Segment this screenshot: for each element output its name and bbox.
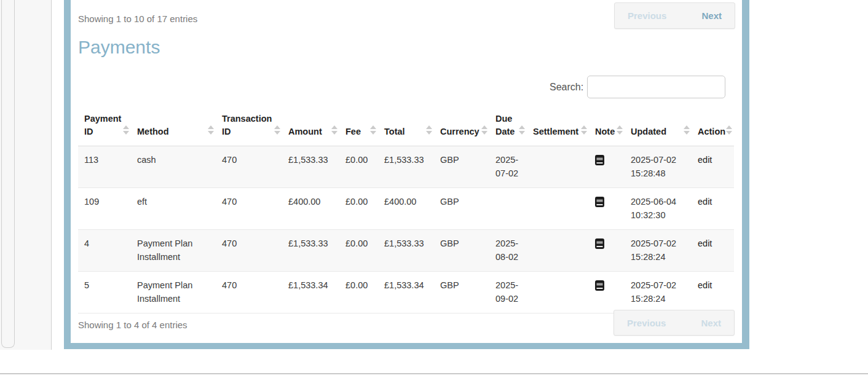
cell-payment-id: 4 <box>78 230 131 272</box>
column-header-total[interactable]: Total <box>378 108 434 146</box>
column-header-updated[interactable]: Updated <box>625 108 692 146</box>
sort-arrows-icon <box>726 125 732 135</box>
cell-currency: GBP <box>434 230 489 272</box>
payments-search: Search: <box>550 76 725 98</box>
column-header-due-date[interactable]: Due Date <box>489 108 527 146</box>
next-page-button: Next <box>701 318 721 328</box>
cell-updated: 2025-07-02 15:28:48 <box>625 146 692 188</box>
sort-arrows-icon <box>370 125 376 135</box>
notebook-icon[interactable] <box>595 238 604 249</box>
payments-table-info: Showing 1 to 4 of 4 entries <box>78 320 187 330</box>
column-header-method[interactable]: Method <box>131 108 216 146</box>
cell-amount: £1,533.34 <box>282 272 339 313</box>
sort-arrows-icon <box>617 125 623 135</box>
cell-transaction-id: 470 <box>216 272 282 313</box>
cell-fee: £0.00 <box>339 188 378 230</box>
sort-arrows-icon <box>481 125 487 135</box>
cell-due-date: 2025-07-02 <box>489 146 527 188</box>
cell-action: edit <box>692 272 734 313</box>
cell-transaction-id: 470 <box>216 146 282 188</box>
column-header-transaction-id[interactable]: Transaction ID <box>216 108 282 146</box>
previous-page-button: Previous <box>628 10 666 21</box>
cell-currency: GBP <box>434 272 489 313</box>
cell-method: Payment Plan Installment <box>131 230 216 272</box>
table-row: 113 cash 470 £1,533.33 £0.00 £1,533.33 G… <box>78 146 734 188</box>
notebook-icon[interactable] <box>595 280 604 291</box>
cell-note <box>589 188 625 230</box>
sort-arrows-icon <box>684 125 690 135</box>
cell-due-date <box>489 188 527 230</box>
notebook-icon[interactable] <box>595 155 604 165</box>
cell-method: cash <box>131 146 216 188</box>
cell-note <box>589 230 625 272</box>
column-header-settlement[interactable]: Settlement <box>527 108 589 146</box>
page-bottom-divider <box>0 373 868 374</box>
cell-payment-id: 5 <box>78 272 131 313</box>
main-content-panel: Showing 1 to 10 of 17 entries Previous N… <box>64 0 749 349</box>
cell-settlement <box>527 146 589 188</box>
edit-link[interactable]: edit <box>698 238 712 248</box>
table-row: 4 Payment Plan Installment 470 £1,533.33… <box>78 230 734 272</box>
cell-action: edit <box>692 230 734 272</box>
cell-amount: £1,533.33 <box>282 230 339 272</box>
transactions-pagination: Previous Next <box>614 2 735 29</box>
cell-settlement <box>527 230 589 272</box>
edit-link[interactable]: edit <box>698 155 712 165</box>
left-sidebar-inner-edge <box>1 0 15 348</box>
cell-total: £1,533.34 <box>378 272 434 313</box>
sort-arrows-icon <box>274 125 280 135</box>
column-header-amount[interactable]: Amount <box>282 108 339 146</box>
column-header-fee[interactable]: Fee <box>339 108 378 146</box>
cell-due-date: 2025-09-02 <box>489 272 527 313</box>
previous-page-button: Previous <box>627 318 666 328</box>
payments-table: Payment ID Method Transaction ID Amount … <box>78 108 734 313</box>
cell-transaction-id: 470 <box>216 188 282 230</box>
cell-currency: GBP <box>434 146 489 188</box>
cell-fee: £0.00 <box>339 230 378 272</box>
cell-action: edit <box>692 188 734 230</box>
cell-action: edit <box>692 146 734 188</box>
cell-updated: 2025-07-02 15:28:24 <box>625 272 692 313</box>
table-header-row: Payment ID Method Transaction ID Amount … <box>78 108 734 146</box>
cell-currency: GBP <box>434 188 489 230</box>
column-header-payment-id[interactable]: Payment ID <box>78 108 131 146</box>
cell-method: eft <box>131 188 216 230</box>
cell-fee: £0.00 <box>339 272 378 313</box>
sort-arrows-icon <box>123 125 129 135</box>
cell-note <box>589 146 625 188</box>
cell-updated: 2025-06-04 10:32:30 <box>625 188 692 230</box>
cell-payment-id: 113 <box>78 146 131 188</box>
next-page-button[interactable]: Next <box>701 10 722 21</box>
cell-total: £1,533.33 <box>378 230 434 272</box>
cell-payment-id: 109 <box>78 188 131 230</box>
sort-arrows-icon <box>208 125 214 135</box>
column-header-note[interactable]: Note <box>589 108 625 146</box>
cell-fee: £0.00 <box>339 146 378 188</box>
cell-total: £400.00 <box>378 188 434 230</box>
cell-amount: £1,533.33 <box>282 146 339 188</box>
cell-due-date: 2025-08-02 <box>489 230 527 272</box>
sort-arrows-icon <box>331 125 337 135</box>
notebook-icon[interactable] <box>595 197 604 207</box>
sort-arrows-icon <box>426 125 432 135</box>
cell-amount: £400.00 <box>282 188 339 230</box>
search-input[interactable] <box>587 76 725 98</box>
sort-arrows-icon <box>519 125 525 135</box>
cell-settlement <box>527 272 589 313</box>
edit-link[interactable]: edit <box>698 197 712 207</box>
sort-arrows-icon <box>581 125 587 135</box>
page-title: Payments <box>78 37 160 58</box>
cell-method: Payment Plan Installment <box>131 272 216 313</box>
cell-updated: 2025-07-02 15:28:24 <box>625 230 692 272</box>
cell-note <box>589 272 625 313</box>
table-row: 109 eft 470 £400.00 £0.00 £400.00 GBP 20… <box>78 188 734 230</box>
column-header-action[interactable]: Action <box>692 108 734 146</box>
transactions-table-info: Showing 1 to 10 of 17 entries <box>78 14 197 24</box>
cell-settlement <box>527 188 589 230</box>
cell-total: £1,533.33 <box>378 146 434 188</box>
table-row: 5 Payment Plan Installment 470 £1,533.34… <box>78 272 734 313</box>
edit-link[interactable]: edit <box>698 280 712 290</box>
column-header-currency[interactable]: Currency <box>434 108 489 146</box>
search-label: Search: <box>550 82 583 93</box>
cell-transaction-id: 470 <box>216 230 282 272</box>
